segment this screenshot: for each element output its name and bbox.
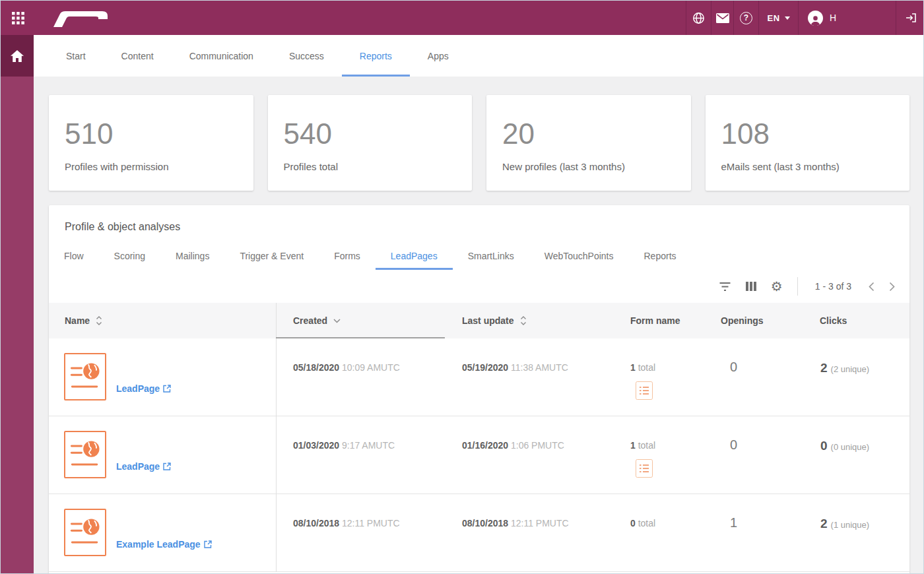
logout-button[interactable]	[896, 1, 924, 35]
columns-button[interactable]	[746, 281, 756, 292]
language-selector[interactable]: EN	[758, 1, 798, 35]
created-cell: 08/10/2018 12:11 PMUTC	[276, 494, 445, 571]
brand-logo[interactable]	[50, 1, 110, 35]
form-name-cell: 0 total	[613, 494, 704, 571]
form-list-icon	[636, 459, 653, 478]
main-nav: Start Content Communication Success Repo…	[34, 35, 924, 77]
openings-cell: 1	[704, 494, 803, 571]
globe-icon	[692, 11, 706, 25]
tab-content[interactable]: Content	[104, 35, 172, 77]
stat-value: 540	[284, 117, 457, 150]
grid-icon	[12, 12, 24, 24]
leadpage-thumbnail-icon[interactable]	[64, 431, 106, 478]
help-icon: ?	[740, 12, 752, 24]
logo-icon	[50, 6, 110, 30]
name-cell: LeadPage	[49, 416, 276, 494]
avatar	[808, 11, 823, 26]
table-row: Example LeadPage 08/10/2018 12:11 PMUTC …	[49, 494, 909, 572]
stat-cards: 510 Profiles with permission 540 Profile…	[49, 95, 909, 191]
form-list-icon	[636, 381, 653, 400]
columns-icon	[746, 281, 756, 292]
form-name-cell: 1 total	[613, 416, 704, 494]
tab-mailings[interactable]: Mailings	[160, 242, 224, 270]
clicks-cell: 2(1 unique)	[803, 494, 909, 571]
table-row: LeadPage 05/18/2020 10:09 AMUTC 05/19/20…	[49, 338, 909, 416]
tab-communication[interactable]: Communication	[172, 35, 271, 77]
stat-label: Profiles with permission	[65, 161, 238, 172]
prev-page-button[interactable]	[869, 282, 874, 292]
pagination-label: 1 - 3 of 3	[815, 281, 851, 292]
column-header-clicks: Clicks	[803, 303, 909, 338]
tab-scoring[interactable]: Scoring	[99, 242, 160, 270]
person-icon	[810, 15, 821, 26]
tab-webtouchpoints[interactable]: WebTouchPoints	[529, 242, 629, 270]
form-name-cell: 1 total	[613, 338, 704, 416]
active-sort-indicator	[276, 337, 445, 338]
name-cell: Example LeadPage	[49, 494, 276, 571]
leadpage-thumbnail-icon[interactable]	[64, 353, 106, 400]
tab-forms[interactable]: Forms	[319, 242, 376, 270]
filter-icon	[719, 282, 731, 292]
leadpage-link[interactable]: LeadPage	[116, 362, 171, 416]
column-header-name[interactable]: Name	[49, 303, 276, 338]
help-button[interactable]: ?	[733, 1, 758, 35]
leadpage-thumbnail-icon[interactable]	[64, 509, 106, 556]
form-list-button[interactable]	[636, 459, 653, 478]
settings-button[interactable]: ⚙	[771, 280, 783, 293]
stat-value: 108	[721, 117, 894, 150]
tab-apps[interactable]: Apps	[410, 35, 467, 77]
sidebar	[1, 35, 34, 574]
sort-updown-icon	[520, 316, 527, 325]
openings-cell: 0	[704, 416, 803, 494]
form-list-button[interactable]	[636, 381, 653, 400]
chevron-right-icon	[889, 282, 895, 292]
stat-value: 20	[502, 117, 675, 150]
sidebar-home-button[interactable]	[1, 35, 34, 77]
leadpage-link[interactable]: LeadPage	[116, 439, 171, 494]
panel-title: Profile & object analyses	[49, 205, 909, 233]
external-link-icon	[163, 462, 171, 470]
leadpage-link[interactable]: Example LeadPage	[116, 517, 212, 571]
stat-card-profiles-total: 540 Profiles total	[268, 95, 473, 191]
stat-card-emails-sent: 108 eMails sent (last 3 months)	[706, 95, 910, 191]
gear-icon: ⚙	[771, 280, 783, 293]
home-icon	[11, 50, 24, 62]
column-header-created[interactable]: Created	[276, 303, 445, 338]
user-initial: H	[830, 13, 836, 23]
user-menu[interactable]: H	[798, 1, 896, 35]
chevron-left-icon	[869, 282, 874, 292]
table-toolbar: ⚙ 1 - 3 of 3	[49, 270, 909, 303]
next-page-button[interactable]	[889, 282, 895, 292]
tab-start[interactable]: Start	[48, 35, 104, 77]
last-update-cell: 05/19/2020 11:38 AMUTC	[445, 338, 613, 416]
last-update-cell: 08/10/2018 12:11 PMUTC	[445, 494, 613, 571]
tab-smartlinks[interactable]: SmartLinks	[453, 242, 529, 270]
filter-button[interactable]	[719, 282, 731, 292]
analyses-tabs: Flow Scoring Mailings Trigger & Event Fo…	[49, 242, 909, 270]
table-header: Name Created Last update	[49, 303, 909, 338]
leadpage-icon	[66, 356, 104, 398]
tab-success[interactable]: Success	[271, 35, 342, 77]
stat-label: Profiles total	[284, 161, 457, 172]
stat-card-profiles-permission: 510 Profiles with permission	[49, 95, 253, 191]
app-grid-button[interactable]	[1, 1, 35, 35]
clicks-cell: 0(0 unique)	[803, 416, 909, 494]
openings-cell: 0	[704, 338, 803, 416]
clicks-cell: 2(2 unique)	[803, 338, 909, 416]
column-header-form-name: Form name	[613, 303, 704, 338]
column-header-last-update[interactable]: Last update	[445, 303, 613, 338]
tab-reports-sub[interactable]: Reports	[629, 242, 692, 270]
tab-reports[interactable]: Reports	[342, 35, 410, 77]
tab-leadpages[interactable]: LeadPages	[376, 242, 453, 270]
toolbar-divider	[797, 277, 798, 296]
mail-icon	[716, 13, 729, 23]
tab-trigger-event[interactable]: Trigger & Event	[224, 242, 319, 270]
last-update-cell: 01/16/2020 1:06 PMUTC	[445, 416, 613, 494]
mail-button[interactable]	[711, 1, 733, 35]
tab-flow[interactable]: Flow	[49, 242, 99, 270]
globe-button[interactable]	[686, 1, 711, 35]
topbar-spacer	[110, 1, 686, 35]
external-link-icon	[204, 540, 212, 548]
stat-label: New profiles (last 3 months)	[502, 161, 675, 172]
stat-label: eMails sent (last 3 months)	[721, 161, 894, 172]
